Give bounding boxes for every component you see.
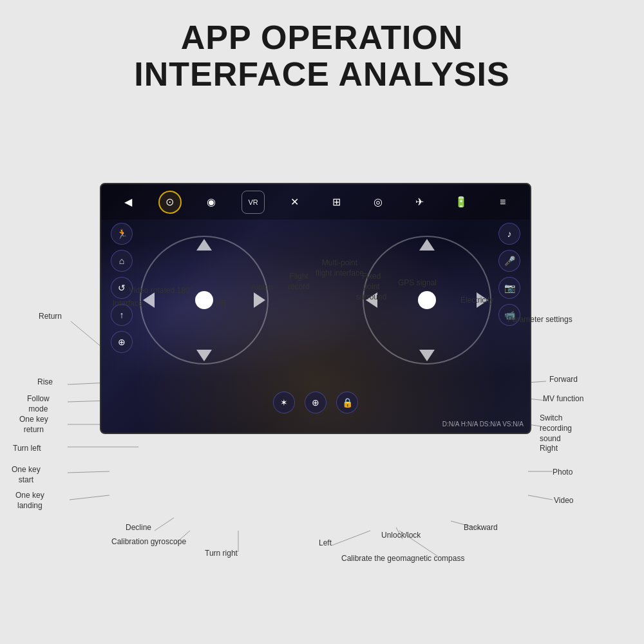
toolbar-record-icon[interactable]: ✕: [283, 191, 307, 214]
label-backward: Backward: [464, 523, 498, 533]
svg-line-21: [528, 495, 553, 500]
one-key-return-icon[interactable]: ⌂: [111, 250, 133, 272]
label-video: Video: [554, 496, 573, 506]
label-one-key-start: One keystart: [12, 465, 41, 485]
photo-icon[interactable]: 📷: [498, 277, 520, 299]
calib-icon[interactable]: ✶: [273, 392, 295, 413]
page-container: APP OPERATION INTERFACE ANALYSIS: [0, 0, 644, 595]
app-screen: ◀ ⊙ ◉ VR ✕ ⊞ ◎ ✈ 🔋 ≡ 🏃 ⌂ ↺ ↑ ⊕: [100, 183, 531, 434]
label-mv: MV function: [543, 394, 583, 404]
right-down-arrow: [419, 350, 435, 361]
toolbar-plane-icon[interactable]: ✈: [408, 191, 431, 214]
label-fixed-point: Fixedpointsurround: [356, 272, 386, 302]
label-rise: Rise: [37, 377, 53, 388]
left-joystick[interactable]: [140, 236, 269, 365]
label-unlock: Unlock/lock: [381, 531, 421, 541]
right-up-arrow: [419, 239, 435, 251]
label-electricity: Electricity: [460, 296, 493, 306]
left-joystick-center: [195, 291, 213, 309]
label-one-key-landing: One keylanding: [15, 491, 44, 511]
label-album: Album: [251, 283, 273, 293]
right-joystick-center: [418, 291, 436, 309]
left-right-arrow: [254, 292, 265, 308]
label-switch-rec: SwitchrecordingsoundRight: [540, 413, 572, 453]
toolbar-gps-icon[interactable]: ◎: [366, 191, 390, 214]
page-title-line1: APP OPERATION: [13, 19, 631, 56]
label-param: Parameter settings: [507, 315, 573, 325]
toolbar: ◀ ⊙ ◉ VR ✕ ⊞ ◎ ✈ 🔋 ≡: [101, 184, 530, 220]
label-follow-mode: Followmode: [27, 394, 50, 414]
svg-line-25: [332, 531, 370, 545]
label-flight-record: Flightrecord: [288, 272, 310, 292]
label-decline: Decline: [126, 523, 151, 533]
label-calib-geo: Calibrate the geomagnetic compass: [341, 554, 464, 564]
status-bar: D:N/A H:N/A DS:N/A VS:N/A: [442, 421, 524, 428]
left-up-arrow: [196, 239, 212, 251]
lock-icon[interactable]: 🔒: [336, 392, 358, 413]
mic-icon[interactable]: 🎤: [498, 250, 520, 272]
bottom-icons: ✶ ⊕ 🔒: [273, 392, 358, 413]
title-section: APP OPERATION INTERFACE ANALYSIS: [0, 0, 644, 99]
toolbar-flight-icon[interactable]: ⊞: [325, 191, 348, 214]
toolbar-back-icon[interactable]: ◀: [117, 191, 140, 214]
music-icon[interactable]: ♪: [498, 223, 520, 245]
svg-line-15: [68, 471, 109, 473]
label-return: Return: [39, 312, 62, 322]
compass-icon[interactable]: ⊕: [305, 392, 327, 413]
app-screen-inner: ◀ ⊙ ◉ VR ✕ ⊞ ◎ ✈ 🔋 ≡ 🏃 ⌂ ↺ ↑ ⊕: [101, 184, 530, 433]
toolbar-joystick-icon[interactable]: ⊙: [158, 191, 182, 214]
label-left: Left: [319, 538, 332, 549]
label-one-key-return: One keyreturn: [19, 415, 48, 435]
label-video-rotated: Video rotated 180°: [129, 286, 193, 296]
toolbar-battery-icon[interactable]: 🔋: [450, 191, 473, 214]
label-calib-gyro: Calibration gyroscope: [111, 537, 186, 547]
label-vr: VR: [216, 299, 227, 309]
label-turn-right: Turn right: [205, 549, 238, 559]
label-photo: Photo: [553, 468, 573, 478]
toolbar-menu-icon[interactable]: ≡: [491, 191, 515, 214]
svg-line-22: [155, 518, 174, 531]
diagram-container: ◀ ⊙ ◉ VR ✕ ⊞ ◎ ✈ 🔋 ≡ 🏃 ⌂ ↺ ↑ ⊕: [0, 106, 644, 595]
follow-mode-icon[interactable]: 🏃: [111, 223, 133, 245]
label-turn-left: Turn left: [13, 444, 41, 454]
one-key-landing-icon[interactable]: ⊕: [111, 331, 133, 353]
toolbar-eye-icon[interactable]: ◉: [200, 191, 223, 214]
left-down-arrow: [196, 350, 212, 361]
toolbar-vr-icon[interactable]: VR: [242, 191, 265, 214]
label-gps: GPS signal: [398, 278, 437, 289]
label-interface: Interface: [113, 299, 143, 309]
page-title-line2: INTERFACE ANALYSIS: [13, 56, 631, 93]
label-forward: Forward: [549, 375, 578, 385]
right-side-icons: ♪ 🎤 📷 📹: [498, 223, 520, 326]
svg-line-16: [70, 495, 109, 500]
